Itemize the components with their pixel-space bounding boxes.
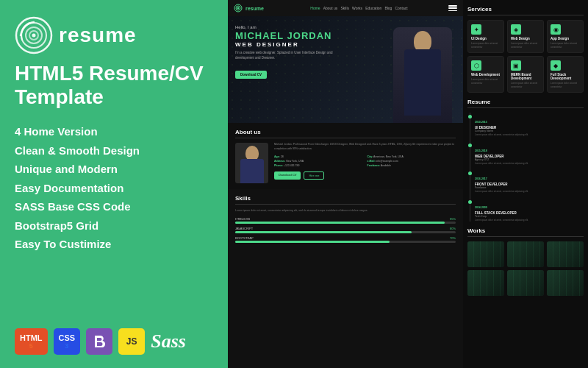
svg-point-4 [32, 34, 36, 38]
css3-badge: CSS 3 [54, 328, 81, 355]
features-list: 4 Home Version Clean & Smooth Design Uni… [15, 122, 213, 254]
feature-item: SASS Base CSS Code [15, 197, 213, 216]
about-section: About us Michael Jordan: Professional Fr… [228, 123, 463, 189]
info-age: Age: 28 [274, 155, 363, 158]
html5-badge: HTML 5 [15, 328, 48, 355]
feature-item: Clean & Smooth Design [15, 141, 213, 160]
skill-js: JAVASCRIPT 80% [235, 227, 456, 233]
resume-navbar: resume Home About us Skills Works Educat… [228, 0, 463, 16]
work-card-3 [547, 241, 584, 267]
nav-link-works[interactable]: Works [352, 6, 362, 10]
feature-item: Bootstrap5 Grid [15, 216, 213, 236]
works-section-title: Works [467, 227, 584, 237]
timeline-dot [468, 144, 472, 147]
main-title: HTML5 Resume/CV Template [15, 62, 213, 109]
left-panel: resume HTML5 Resume/CV Template 4 Home V… [0, 0, 228, 368]
hero-name: MICHAEL JORDAN [235, 31, 456, 41]
hero-download-btn[interactable]: Download CV [235, 71, 267, 79]
tech-badges: HTML 5 CSS 3 JS Sass [15, 328, 213, 355]
works-grid [467, 241, 584, 296]
feature-item: Unique and Modern [15, 160, 213, 179]
bootstrap-icon [92, 334, 107, 349]
timeline-line [470, 113, 470, 222]
timeline-item-2: 2016-2017 FRONT DEVELOPER Freelance Lore… [475, 169, 584, 194]
feature-item: 4 Home Version [15, 122, 213, 141]
service-web-icon: ◈ [511, 24, 521, 35]
resume-timeline-section: Resume 2010-2015 UI DESIGNER Company Nam… [467, 99, 584, 222]
work-card-6 [547, 270, 584, 296]
service-app-icon: ◉ [551, 24, 561, 35]
right-panel: resume Home About us Skills Works Educat… [228, 0, 588, 368]
nav-link-contact[interactable]: Contact [395, 6, 407, 10]
feature-item: Easy Documentation [15, 179, 213, 198]
nav-link-home[interactable]: Home [310, 6, 320, 10]
skills-description: Lorem ipsum dolor sit amet, consectetur … [235, 209, 456, 213]
info-phone: Phone: +123 456 789 [274, 164, 363, 167]
skill-bootstrap: BOOTSTRAP 70% [235, 236, 456, 243]
resume-nav-logo-icon [234, 4, 243, 13]
about-info: Michael Jordan: Professional From Glimch… [274, 143, 456, 183]
nav-links: Home About us Skills Works Education Blo… [273, 6, 445, 10]
javascript-badge: JS [118, 328, 145, 355]
info-email: e-Mail: info@example.com [368, 160, 456, 163]
resume-secondary-preview: Services ✦ UI Design Lorem ipsum dolor s… [463, 0, 588, 368]
hero-description: I'm a creative web designer, Splaized in… [235, 51, 338, 61]
about-section-title: About us [235, 129, 456, 138]
work-card-4 [467, 270, 504, 296]
about-buttons: Download CV Hire me [274, 171, 456, 180]
hamburger-menu-icon[interactable] [448, 5, 457, 11]
services-grid: ✦ UI Design Lorem ipsum dolor sit amet c… [467, 20, 584, 93]
service-web-dev: ⬡ Web Development Lorem ipsum dolor sit … [467, 56, 504, 93]
logo-text: resume [59, 24, 137, 47]
hero-section: Hello, I am MICHAEL JORDAN WEB DESIGNER … [228, 16, 463, 123]
about-hire-btn[interactable]: Hire me [304, 171, 324, 180]
timeline-dot [468, 115, 472, 118]
skills-section: Skills Lorem ipsum dolor sit amet, conse… [228, 189, 463, 252]
timeline-dot [468, 200, 472, 204]
svg-point-7 [237, 7, 240, 10]
about-content: Michael Jordan: Professional From Glimch… [235, 143, 456, 183]
timeline-item-3: 2014-2009 FULL STACK DEVELOPER Tech Corp… [475, 198, 584, 222]
service-web-design: ◈ Web Design Lorem ipsum dolor sit amet … [507, 20, 544, 53]
bootstrap-badge [86, 328, 112, 355]
nav-logo-text: resume [245, 6, 264, 11]
info-address: Address: New York, USA [274, 160, 363, 163]
nav-link-blog[interactable]: Blog [384, 6, 392, 10]
feature-item: Easy To Custimize [15, 235, 213, 254]
about-download-btn[interactable]: Download CV [274, 171, 301, 180]
nav-link-skills[interactable]: Skills [340, 6, 349, 10]
timeline-dot [468, 171, 472, 175]
fingerprint-logo-icon [15, 16, 53, 54]
work-card-5 [507, 270, 544, 296]
service-mern-icon: ▣ [511, 60, 521, 71]
service-fullstack: ◆ Full Stack Development Lorem ipsum dol… [547, 56, 584, 93]
resume-main-preview: resume Home About us Skills Works Educat… [228, 0, 463, 368]
service-ui-icon: ✦ [471, 24, 481, 35]
skill-html: HTML/CSS 95% [235, 217, 456, 224]
timeline-item-1: 2015-2018 WEB DEVELOPER Agency XYZ Lorem… [475, 141, 584, 166]
hero-content: Hello, I am MICHAEL JORDAN WEB DESIGNER … [235, 25, 456, 79]
works-section: Works [467, 227, 584, 296]
timeline-item-0: 2010-2015 UI DESIGNER Company Name Lorem… [475, 113, 584, 137]
skills-section-title: Skills [235, 195, 456, 205]
service-ui-design: ✦ UI Design Lorem ipsum dolor sit amet c… [467, 20, 504, 53]
work-card-2 [507, 241, 544, 267]
logo-area: resume [15, 16, 213, 54]
resume-timeline: 2010-2015 UI DESIGNER Company Name Lorem… [467, 113, 584, 222]
service-mern: ▣ MERN Board Development Lorem ipsum dol… [507, 56, 544, 93]
nav-link-education[interactable]: Education [365, 6, 381, 10]
services-section-title: Services [467, 6, 584, 15]
about-photo [235, 143, 268, 183]
services-section: Services ✦ UI Design Lorem ipsum dolor s… [467, 6, 584, 93]
about-text: Michael Jordan: Professional From Glimch… [274, 143, 456, 151]
hero-hello-text: Hello, I am [235, 25, 456, 29]
nav-link-about[interactable]: About us [323, 6, 338, 10]
resume-section-title: Resume [467, 99, 584, 108]
about-info-grid: Age: 28 City: American, New York, USA Ad… [274, 155, 456, 167]
service-app-design: ◉ App Design Lorem ipsum dolor sit amet … [547, 20, 584, 53]
info-city: City: American, New York, USA [368, 155, 456, 158]
skills-list: HTML/CSS 95% JAVASCRIPT 80% [235, 217, 456, 243]
service-webdev-icon: ⬡ [471, 60, 481, 71]
hero-role: WEB DESIGNER [235, 41, 456, 48]
service-fullstack-icon: ◆ [551, 60, 561, 71]
